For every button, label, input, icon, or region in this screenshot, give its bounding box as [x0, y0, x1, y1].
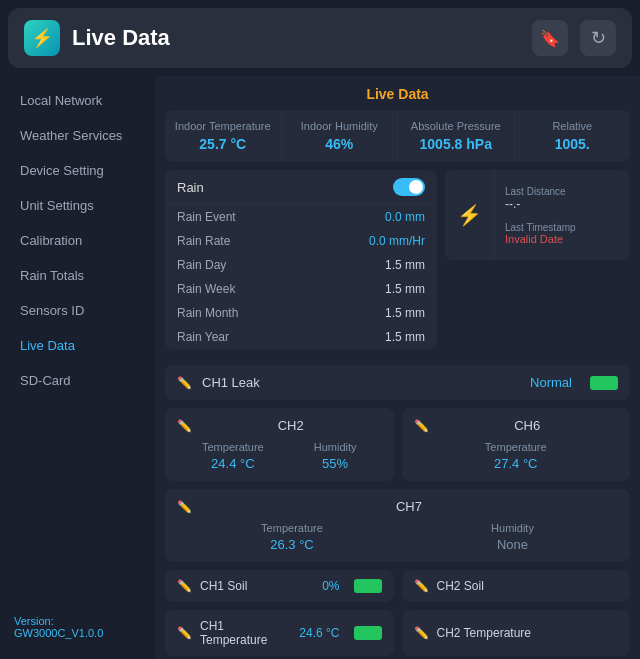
- ch1-temperature-edit-icon[interactable]: ✏️: [177, 626, 192, 640]
- bookmark-button[interactable]: 🔖: [532, 20, 568, 56]
- sidebar-item-sd-card[interactable]: SD-Card: [6, 364, 149, 397]
- sensor-grid: ✏️ CH1 Soil 0% ✏️ CH2 Soil ✏️ CH1 Temper…: [165, 570, 630, 659]
- ch6-card: ✏️ CH6 Temperature 27.4 °C: [402, 408, 631, 481]
- stat-relative: Relative 1005.: [515, 110, 631, 162]
- ch2-title: CH2: [200, 418, 382, 433]
- ch1-leak-edit-icon[interactable]: ✏️: [177, 376, 192, 390]
- sidebar-item-device-setting[interactable]: Device Setting: [6, 154, 149, 187]
- ch7-temp: Temperature 26.3 °C: [261, 522, 323, 552]
- stat-abs-pressure-value: 1005.8 hPa: [406, 136, 506, 152]
- rain-event-value: 0.0 mm: [385, 210, 425, 224]
- ch2-soil-item: ✏️ CH2 Soil: [402, 570, 631, 602]
- ch7-temp-value: 26.3 °C: [261, 537, 323, 552]
- sidebar-item-unit-settings[interactable]: Unit Settings: [6, 189, 149, 222]
- ch7-title: CH7: [200, 499, 618, 514]
- lightning-data: Last Distance --.- Last Timestamp Invali…: [495, 170, 630, 260]
- ch6-header: ✏️ CH6: [414, 418, 619, 433]
- rain-toggle[interactable]: [393, 178, 425, 196]
- sidebar-item-weather-services[interactable]: Weather Services: [6, 119, 149, 152]
- last-distance-value: --.-: [505, 197, 620, 211]
- rain-month-value: 1.5 mm: [385, 306, 425, 320]
- last-distance-label: Last Distance: [505, 186, 620, 197]
- ch2-soil-label: CH2 Soil: [437, 579, 619, 593]
- ch6-title: CH6: [437, 418, 619, 433]
- lightning-section: ⚡ Last Distance --.- Last Timestamp Inva…: [445, 170, 630, 357]
- rain-day-value: 1.5 mm: [385, 258, 425, 272]
- ch7-humidity-value: None: [491, 537, 534, 552]
- stat-relative-label: Relative: [523, 120, 623, 132]
- sidebar: Local Network Weather Services Device Se…: [0, 76, 155, 659]
- ch1-soil-edit-icon[interactable]: ✏️: [177, 579, 192, 593]
- stat-indoor-humidity-label: Indoor Humidity: [290, 120, 390, 132]
- ch7-data: Temperature 26.3 °C Humidity None: [177, 522, 618, 552]
- stat-abs-pressure-label: Absolute Pressure: [406, 120, 506, 132]
- stats-row: Indoor Temperature 25.7 °C Indoor Humidi…: [165, 110, 630, 162]
- rain-event-label: Rain Event: [177, 210, 236, 224]
- ch1-temperature-label: CH1 Temperature: [200, 619, 291, 647]
- rain-week-value: 1.5 mm: [385, 282, 425, 296]
- ch6-edit-icon[interactable]: ✏️: [414, 419, 429, 433]
- main-layout: Local Network Weather Services Device Se…: [0, 76, 640, 659]
- last-timestamp-label: Last Timestamp: [505, 222, 620, 233]
- rain-year-label: Rain Year: [177, 330, 229, 344]
- refresh-button[interactable]: ↻: [580, 20, 616, 56]
- lightning-icon-area: ⚡: [445, 170, 495, 260]
- stat-relative-value: 1005.: [523, 136, 623, 152]
- ch1-soil-value: 0%: [322, 579, 339, 593]
- page-title: Live Data: [72, 25, 170, 51]
- rain-day-row: Rain Day 1.5 mm: [165, 253, 437, 277]
- ch1-temperature-item: ✏️ CH1 Temperature 24.6 °C: [165, 610, 394, 656]
- ch6-temp-value: 27.4 °C: [485, 456, 547, 471]
- rain-card-header: Rain: [165, 170, 437, 205]
- sidebar-item-calibration[interactable]: Calibration: [6, 224, 149, 257]
- ch1-leak-row: ✏️ CH1 Leak Normal: [165, 365, 630, 400]
- ch1-soil-indicator: [354, 579, 382, 593]
- last-distance-col: Last Distance --.-: [505, 186, 620, 211]
- sidebar-item-live-data[interactable]: Live Data: [6, 329, 149, 362]
- rain-event-row: Rain Event 0.0 mm: [165, 205, 437, 229]
- sidebar-item-local-network[interactable]: Local Network: [6, 84, 149, 117]
- ch2-temp-label: Temperature: [202, 441, 264, 453]
- ch7-humidity-label: Humidity: [491, 522, 534, 534]
- ch1-soil-item: ✏️ CH1 Soil 0%: [165, 570, 394, 602]
- channel-grid-top: ✏️ CH2 Temperature 24.4 °C Humidity 55%: [165, 408, 630, 481]
- rain-title: Rain: [177, 180, 204, 195]
- ch7-temp-label: Temperature: [261, 522, 323, 534]
- logo-icon: ⚡: [24, 20, 60, 56]
- ch2-data: Temperature 24.4 °C Humidity 55%: [177, 441, 382, 471]
- lightning-icon: ⚡: [457, 203, 482, 227]
- ch7-card: ✏️ CH7 Temperature 26.3 °C Humidity None: [165, 489, 630, 562]
- ch1-temperature-indicator: [354, 626, 382, 640]
- lightning-card: ⚡ Last Distance --.- Last Timestamp Inva…: [445, 170, 630, 260]
- rain-card: Rain Rain Event 0.0 mm Rain Rate 0.0 mm/…: [165, 170, 437, 349]
- header-left: ⚡ Live Data: [24, 20, 170, 56]
- rain-month-row: Rain Month 1.5 mm: [165, 301, 437, 325]
- rain-rate-row: Rain Rate 0.0 mm/Hr: [165, 229, 437, 253]
- ch6-data: Temperature 27.4 °C: [414, 441, 619, 471]
- ch2-temperature-label: CH2 Temperature: [437, 626, 619, 640]
- rain-year-value: 1.5 mm: [385, 330, 425, 344]
- last-timestamp-value: Invalid Date: [505, 233, 620, 245]
- ch2-card: ✏️ CH2 Temperature 24.4 °C Humidity 55%: [165, 408, 394, 481]
- sidebar-item-rain-totals[interactable]: Rain Totals: [6, 259, 149, 292]
- ch2-edit-icon[interactable]: ✏️: [177, 419, 192, 433]
- stat-indoor-temp: Indoor Temperature 25.7 °C: [165, 110, 282, 162]
- stat-indoor-humidity-value: 46%: [290, 136, 390, 152]
- last-timestamp-col: Last Timestamp Invalid Date: [505, 222, 620, 245]
- ch6-temp-label: Temperature: [485, 441, 547, 453]
- header: ⚡ Live Data 🔖 ↻: [8, 8, 632, 68]
- ch1-leak-label: CH1 Leak: [202, 375, 520, 390]
- stat-indoor-temp-value: 25.7 °C: [173, 136, 273, 152]
- rain-rate-label: Rain Rate: [177, 234, 230, 248]
- ch7-edit-icon[interactable]: ✏️: [177, 500, 192, 514]
- header-actions: 🔖 ↻: [532, 20, 616, 56]
- ch2-temperature-edit-icon[interactable]: ✏️: [414, 626, 429, 640]
- stat-indoor-humidity: Indoor Humidity 46%: [282, 110, 399, 162]
- sidebar-item-sensors-id[interactable]: Sensors ID: [6, 294, 149, 327]
- ch2-humidity-label: Humidity: [314, 441, 357, 453]
- ch2-soil-edit-icon[interactable]: ✏️: [414, 579, 429, 593]
- ch7-header: ✏️ CH7: [177, 499, 618, 514]
- refresh-icon: ↻: [591, 27, 606, 49]
- ch2-temperature-item: ✏️ CH2 Temperature: [402, 610, 631, 656]
- ch2-humidity: Humidity 55%: [314, 441, 357, 471]
